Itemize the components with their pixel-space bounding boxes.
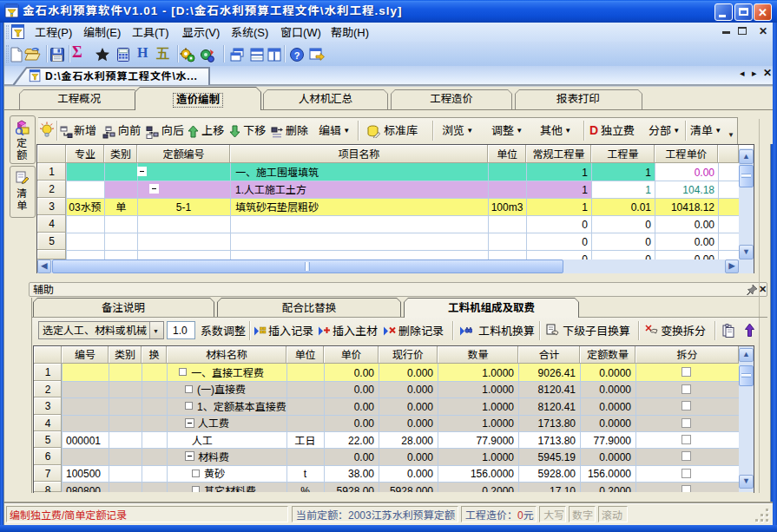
svg-text:?: ? — [294, 50, 300, 61]
